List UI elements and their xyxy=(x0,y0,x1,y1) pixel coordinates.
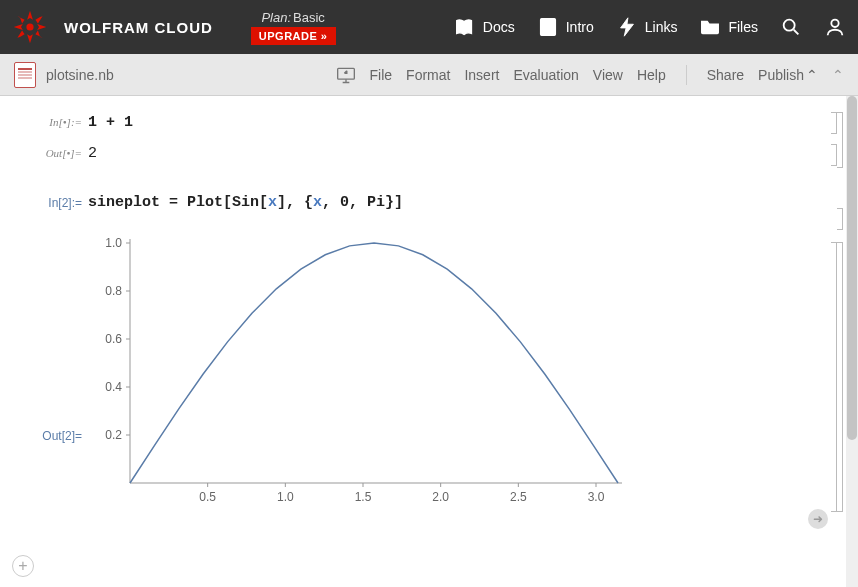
menu-bar: File Format Insert Evaluation View Help … xyxy=(336,65,844,85)
sine-plot-chart: 0.20.40.60.81.00.51.01.52.02.53.0 xyxy=(88,233,628,513)
in-code-1: 1 + 1 xyxy=(88,114,133,131)
menu-share[interactable]: Share xyxy=(707,67,744,83)
brand-name: WOLFRAM CLOUD xyxy=(64,19,213,36)
next-arrow-icon[interactable]: ➜ xyxy=(808,509,828,529)
plan-area: Plan:Basic UPGRADE » xyxy=(251,10,336,45)
menu-insert[interactable]: Insert xyxy=(464,67,499,83)
in-code-2: sineplot = Plot[Sin[x], {x, 0, Pi}] xyxy=(88,194,403,211)
input-cell-1[interactable]: In[•]:= 1 + 1 xyxy=(0,110,858,135)
svg-point-12 xyxy=(831,20,838,27)
svg-marker-3 xyxy=(35,31,42,38)
lightning-icon xyxy=(616,16,638,38)
svg-marker-0 xyxy=(27,11,33,20)
user-icon[interactable] xyxy=(824,16,846,38)
out-label-2: Out[2]= xyxy=(40,299,88,443)
nav-files[interactable]: Files xyxy=(699,16,758,38)
svg-point-11 xyxy=(784,20,795,31)
svg-text:1.0: 1.0 xyxy=(277,490,294,504)
menu-view[interactable]: View xyxy=(593,67,623,83)
book-icon xyxy=(454,16,476,38)
svg-marker-6 xyxy=(14,24,23,30)
svg-marker-2 xyxy=(37,24,46,30)
menu-publish[interactable]: Publish⌃ xyxy=(758,67,818,83)
svg-marker-5 xyxy=(17,31,24,38)
input-cell-2[interactable]: In[2]:= sineplot = Plot[Sin[x], {x, 0, P… xyxy=(0,190,858,215)
header-bar: WOLFRAM CLOUD Plan:Basic UPGRADE » Docs … xyxy=(0,0,858,54)
svg-text:0.5: 0.5 xyxy=(199,490,216,504)
add-cell-button[interactable]: + xyxy=(12,555,34,577)
plan-label: Plan:Basic xyxy=(261,10,324,25)
nav-docs[interactable]: Docs xyxy=(454,16,515,38)
nav-links[interactable]: Links xyxy=(616,16,678,38)
desktop-icon[interactable] xyxy=(336,66,356,84)
in-label-1: In[•]:= xyxy=(40,114,88,128)
menu-evaluation[interactable]: Evaluation xyxy=(513,67,578,83)
nav-intro[interactable]: Intro xyxy=(537,16,594,38)
svg-marker-1 xyxy=(35,16,42,23)
sub-toolbar: plotsine.nb File Format Insert Evaluatio… xyxy=(0,54,858,96)
search-icon[interactable] xyxy=(780,16,802,38)
out-value-1: 2 xyxy=(88,145,97,162)
in-label-2: In[2]:= xyxy=(40,194,88,210)
scrollbar-track[interactable] xyxy=(846,96,858,587)
out-label-1: Out[•]= xyxy=(40,145,88,159)
output-cell-2[interactable]: Out[2]= 0.20.40.60.81.00.51.01.52.02.53.… xyxy=(0,225,858,517)
svg-text:0.8: 0.8 xyxy=(105,284,122,298)
svg-text:2.5: 2.5 xyxy=(510,490,527,504)
wolfram-logo-icon[interactable] xyxy=(12,9,48,45)
output-cell-1[interactable]: Out[•]= 2 xyxy=(0,141,858,166)
nav-docs-label: Docs xyxy=(483,19,515,35)
nav-files-label: Files xyxy=(728,19,758,35)
logo-area: WOLFRAM CLOUD xyxy=(12,9,213,45)
svg-text:1.5: 1.5 xyxy=(355,490,372,504)
svg-text:1.0: 1.0 xyxy=(105,236,122,250)
svg-point-10 xyxy=(546,22,550,26)
svg-text:3.0: 3.0 xyxy=(588,490,605,504)
svg-text:0.2: 0.2 xyxy=(105,428,122,442)
svg-point-8 xyxy=(26,23,33,30)
menu-divider xyxy=(686,65,687,85)
document-title[interactable]: plotsine.nb xyxy=(46,67,114,83)
notebook-area: In[•]:= 1 + 1 Out[•]= 2 In[2]:= sineplot… xyxy=(0,96,858,587)
nav-links-label: Links xyxy=(645,19,678,35)
notebook-icon xyxy=(14,62,36,88)
intro-icon xyxy=(537,16,559,38)
upgrade-button[interactable]: UPGRADE » xyxy=(251,27,336,45)
folder-icon xyxy=(699,16,721,38)
chevron-icon: ⌃ xyxy=(806,67,818,83)
svg-text:2.0: 2.0 xyxy=(432,490,449,504)
svg-marker-4 xyxy=(27,34,33,43)
scrollbar-thumb[interactable] xyxy=(847,96,857,440)
svg-text:0.4: 0.4 xyxy=(105,380,122,394)
svg-text:0.6: 0.6 xyxy=(105,332,122,346)
nav-intro-label: Intro xyxy=(566,19,594,35)
menu-file[interactable]: File xyxy=(370,67,393,83)
menu-format[interactable]: Format xyxy=(406,67,450,83)
menu-help[interactable]: Help xyxy=(637,67,666,83)
svg-marker-7 xyxy=(17,16,24,23)
nav-items: Docs Intro Links Files xyxy=(454,16,846,38)
collapse-icon[interactable]: ⌃ xyxy=(832,67,844,83)
